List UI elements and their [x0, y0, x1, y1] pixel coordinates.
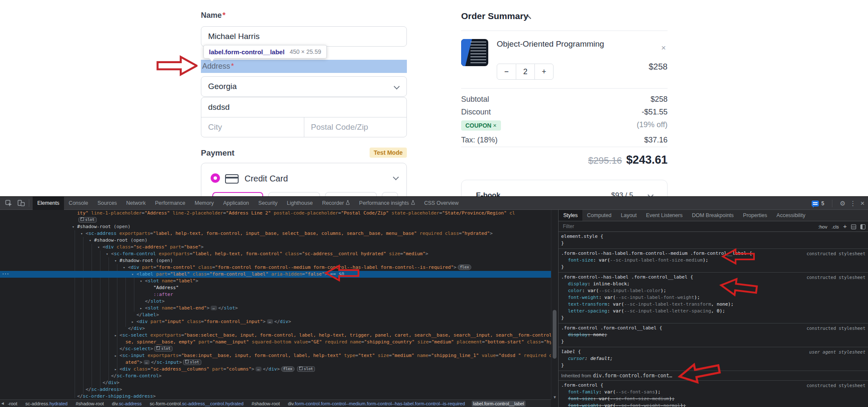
devtools-tab-elements[interactable]: Elements — [33, 197, 64, 210]
scroll-down-icon[interactable]: ▼ — [551, 395, 558, 399]
rendering-emulation-icon[interactable] — [851, 224, 856, 229]
remove-coupon-icon[interactable]: × — [491, 122, 496, 129]
styles-tab-layout[interactable]: Layout — [616, 210, 642, 221]
expander-icon[interactable]: ▸ — [114, 366, 120, 373]
css-property[interactable]: font-size: var(--sc-input-label-font-siz… — [561, 257, 865, 264]
tree-row[interactable]: ▸<div class="sc-address__columns" part="… — [0, 366, 551, 373]
slot-badge[interactable]: slot — [183, 360, 201, 365]
ellipsis-badge[interactable]: … — [267, 319, 273, 324]
breadcrumb-item[interactable]: -root — [6, 401, 19, 407]
tree-row[interactable]: </sc-form-control> — [0, 373, 551, 379]
tree-row[interactable]: </sc-address> — [0, 386, 551, 393]
breadcrumb-item[interactable]: #shadow-root — [74, 401, 105, 407]
rule-selector[interactable]: label — [561, 349, 575, 354]
tree-row[interactable]: se, spinner__base, empty" part="name__in… — [0, 339, 551, 346]
flex-badge[interactable]: flex — [281, 366, 295, 372]
expander-icon[interactable]: ▾ — [140, 278, 145, 284]
tree-row[interactable]: </sc-order-shipping-address> — [0, 393, 551, 399]
flex-badge[interactable]: flex — [458, 265, 471, 270]
breadcrumb-item[interactable]: sc-address.hydrated — [24, 401, 69, 407]
tree-row[interactable]: ▾<sc-form-control exportparts="label, he… — [0, 251, 551, 257]
rule-selector[interactable]: .form-control — [561, 382, 598, 388]
css-property[interactable]: color: var(--sc-input-label-color); — [561, 287, 865, 294]
tree-row[interactable]: ▸<slot name="label-end">…</slot> — [0, 305, 551, 312]
tree-row[interactable]: </label> — [0, 312, 551, 318]
qty-value[interactable]: 2 — [516, 64, 534, 79]
tree-row[interactable]: ▾#shadow-root (open) — [0, 237, 551, 244]
styles-tab-properties[interactable]: Properties — [738, 210, 772, 221]
tree-row[interactable]: ▾<slot name="label"> — [0, 278, 551, 284]
css-property[interactable]: font-size: var(--sc-font-size-medium); — [561, 396, 865, 402]
css-property[interactable]: display: inline-block; — [561, 281, 865, 287]
postal-code-input[interactable]: Postal Code/Zip — [304, 117, 407, 137]
tree-row[interactable]: </slot> — [0, 298, 551, 305]
device-toolbar-icon[interactable] — [17, 199, 25, 207]
css-property[interactable]: display: none; — [561, 332, 865, 338]
expander-icon[interactable]: ▾ — [114, 257, 120, 264]
more-options-icon[interactable]: ⋮ — [850, 200, 856, 207]
breadcrumb-scroll-left-icon[interactable]: ◀ — [1, 401, 4, 405]
devtools-tab-console[interactable]: Console — [64, 197, 93, 210]
breadcrumb-item[interactable]: sc-form-control.sc-address__control.hydr… — [148, 401, 245, 407]
expander-icon[interactable]: ▾ — [81, 230, 86, 237]
tree-row[interactable]: ▾#shadow-root (open) — [0, 223, 551, 230]
filter-toggle-hov[interactable]: :hov — [818, 224, 827, 229]
ellipsis-badge[interactable]: … — [144, 360, 150, 365]
tree-row[interactable]: </sc-select>slot — [0, 346, 551, 352]
devtools-tab-sources[interactable]: Sources — [93, 197, 122, 210]
computed-sidebar-icon[interactable] — [860, 224, 865, 229]
upsell-card-clipped[interactable]: E-book $93 / 5 — [461, 180, 668, 196]
breadcrumb-item[interactable]: #shadow-root — [250, 401, 281, 407]
tree-row[interactable]: ▸<div part="input" class="form-control__… — [0, 318, 551, 325]
slot-badge[interactable]: slot — [78, 217, 97, 223]
tree-row[interactable]: ity" line-1-placeholder="Address" line-2… — [0, 210, 551, 217]
tree-row-selected[interactable]: ▾<label part="label" class="form-control… — [0, 271, 551, 278]
card-expiry-input[interactable] — [268, 192, 320, 196]
expander-icon[interactable]: ▾ — [131, 271, 136, 278]
credit-card-radio[interactable] — [211, 173, 220, 183]
breadcrumb-item[interactable]: div.form-control.form-control--medium.fo… — [287, 401, 466, 407]
expander-icon[interactable]: ▸ — [114, 332, 120, 339]
breadcrumb-item[interactable]: label.form-control__label — [472, 401, 525, 407]
rule-selector[interactable]: element.style — [561, 234, 598, 239]
css-property[interactable]: font-family: var(--sc-font-sans); — [561, 389, 865, 396]
tree-row[interactable]: ▾<div class="sc-address" part="base"> — [0, 244, 551, 251]
qty-minus-button[interactable]: − — [497, 64, 516, 79]
card-number-input[interactable] — [212, 192, 263, 196]
devtools-tab-css-overview[interactable]: CSS Overview — [420, 197, 463, 210]
devtools-tab-application[interactable]: Application — [218, 197, 253, 210]
devtools-tab-security[interactable]: Security — [254, 197, 282, 210]
tree-row[interactable]: </div> — [0, 379, 551, 386]
rule-selector[interactable]: .form-control--has-label .form-control__… — [561, 274, 687, 280]
styles-tab-accessibility[interactable]: Accessibility — [772, 210, 810, 221]
scrollbar-thumb[interactable] — [553, 310, 556, 359]
styles-filter-input[interactable]: Filter — [563, 223, 574, 229]
tree-row[interactable]: ::after — [0, 291, 551, 298]
slot-badge[interactable]: slot — [297, 366, 315, 372]
issues-counter[interactable]: 5 — [812, 201, 824, 206]
tree-row[interactable]: ▾<sc-address exportparts="label, help-te… — [0, 230, 551, 237]
tree-row[interactable]: ▸<sc-select exportparts="base:select__ba… — [0, 332, 551, 339]
address-line1-input[interactable]: dsdsd — [201, 98, 406, 117]
styles-tab-styles[interactable]: Styles — [559, 210, 582, 221]
devtools-tab-lighthouse[interactable]: Lighthouse — [282, 197, 317, 210]
settings-gear-icon[interactable]: ⚙ — [840, 200, 846, 207]
css-property[interactable]: letter-spacing: var(--sc-input-label-let… — [561, 308, 865, 315]
tree-row[interactable]: ated">…</sc-input>slot — [0, 359, 551, 366]
tree-row[interactable]: </div> — [0, 325, 551, 332]
devtools-tab-performance[interactable]: Performance — [150, 197, 190, 210]
close-devtools-icon[interactable]: × — [860, 199, 865, 208]
styles-tab-computed[interactable]: Computed — [582, 210, 616, 221]
breadcrumb-item[interactable]: div.sc-address — [111, 401, 143, 407]
tree-row[interactable]: "Address" — [0, 284, 551, 291]
coupon-badge[interactable]: COUPON × — [461, 120, 501, 131]
state-select[interactable]: Georgia — [201, 76, 407, 97]
ellipsis-badge[interactable]: … — [211, 306, 217, 310]
elements-scrollbar[interactable]: ▼ — [551, 210, 558, 399]
css-property[interactable]: font-weight: var(--sc-input-label-font-w… — [561, 294, 865, 301]
rule-selector[interactable]: .form-control .form-control__label — [561, 325, 657, 331]
city-input[interactable]: City — [201, 117, 304, 137]
css-property[interactable]: font-weight: var(--sc-font-weight-normal… — [561, 402, 865, 407]
inspect-element-icon[interactable] — [4, 199, 13, 207]
styles-tab-dom-breakpoints[interactable]: DOM Breakpoints — [687, 210, 738, 221]
